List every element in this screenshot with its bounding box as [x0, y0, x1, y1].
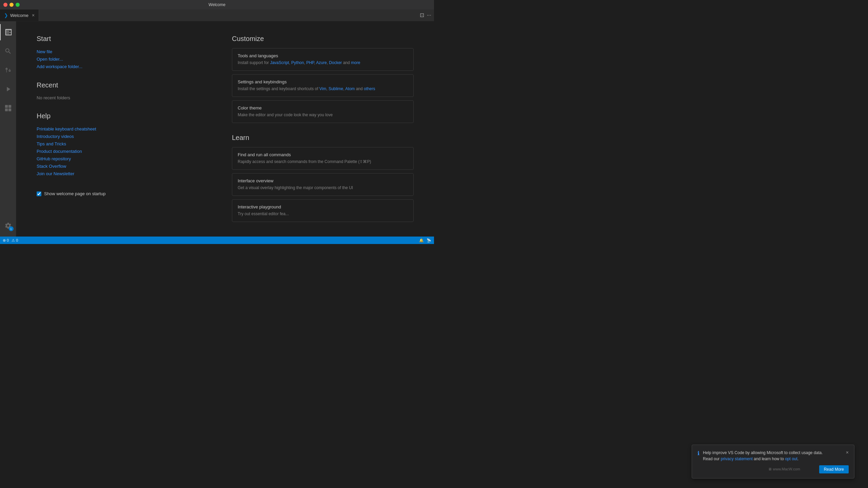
keyboard-cheatsheet-link[interactable]: Printable keyboard cheatsheet	[37, 125, 218, 133]
right-column: Customize Tools and languages Install su…	[232, 35, 414, 222]
azure-link[interactable]: Azure	[316, 60, 327, 65]
notifications-bell[interactable]: 🔔	[419, 238, 424, 243]
others-link[interactable]: others	[364, 86, 375, 91]
svg-rect-2	[5, 105, 7, 108]
settings-keybindings-card-desc: Install the settings and keyboard shortc…	[238, 86, 408, 92]
minimize-button[interactable]	[9, 3, 14, 7]
github-repo-link[interactable]: GitHub repository	[37, 155, 218, 163]
learn-section: Learn Find and run all commands Rapidly …	[232, 134, 414, 222]
close-button[interactable]	[3, 3, 7, 7]
customize-section: Customize Tools and languages Install su…	[232, 35, 414, 123]
tab-close-icon[interactable]: ×	[32, 13, 35, 18]
interface-overview-card-title: Interface overview	[238, 178, 408, 183]
svg-rect-4	[5, 108, 7, 111]
atom-link[interactable]: Atom	[345, 86, 355, 91]
help-section: Help Printable keyboard cheatsheet Intro…	[37, 112, 218, 178]
broadcast-icon[interactable]: 📡	[427, 238, 431, 243]
vscode-icon: ❯	[4, 13, 8, 18]
left-column: Start New file Open folder... Add worksp…	[37, 35, 218, 222]
recent-title: Recent	[37, 81, 218, 89]
tab-bar-actions: ⊡ ···	[420, 9, 434, 21]
tab-label: Welcome	[10, 13, 28, 18]
sidebar-item-source-control[interactable]	[0, 62, 16, 78]
new-file-link[interactable]: New file	[37, 48, 218, 56]
settings-keybindings-card[interactable]: Settings and keybindings Install the set…	[232, 74, 414, 97]
errors-status[interactable]: ⊗ 0	[3, 238, 9, 243]
sidebar-item-extensions[interactable]	[0, 100, 16, 116]
svg-rect-3	[8, 105, 11, 108]
sidebar-item-settings[interactable]: 1	[0, 218, 16, 234]
status-right: 🔔 📡	[419, 238, 431, 243]
more-actions-button[interactable]: ···	[427, 12, 431, 18]
find-commands-card-desc: Rapidly access and search commands from …	[238, 159, 408, 165]
start-section: Start New file Open folder... Add worksp…	[37, 35, 218, 70]
startup-checkbox[interactable]	[37, 191, 41, 196]
interactive-playground-card-title: Interactive playground	[238, 204, 408, 209]
intro-videos-link[interactable]: Introductory videos	[37, 133, 218, 140]
maximize-button[interactable]	[16, 3, 20, 7]
interactive-playground-card-desc: Try out essential editor fea...	[238, 211, 408, 217]
svg-rect-5	[8, 108, 11, 111]
tab-bar: ❯ Welcome × ⊡ ···	[0, 9, 434, 21]
status-left: ⊗ 0 ⚠ 0	[3, 238, 18, 243]
startup-checkbox-label[interactable]: Show welcome page on startup	[44, 191, 105, 196]
interactive-playground-card[interactable]: Interactive playground Try out essential…	[232, 199, 414, 222]
php-link[interactable]: PHP	[306, 60, 314, 65]
vim-link[interactable]: Vim	[319, 86, 326, 91]
sidebar-item-run[interactable]	[0, 81, 16, 97]
open-folder-link[interactable]: Open folder...	[37, 56, 218, 63]
title-bar: Welcome	[0, 0, 434, 9]
python-link[interactable]: Python	[291, 60, 304, 65]
docker-link[interactable]: Docker	[329, 60, 342, 65]
help-title: Help	[37, 112, 218, 120]
no-recent-folders: No recent folders	[37, 95, 218, 101]
sidebar-item-search[interactable]	[0, 43, 16, 59]
tips-tricks-link[interactable]: Tips and Tricks	[37, 140, 218, 148]
color-theme-card-title: Color theme	[238, 105, 408, 110]
content-area: Start New file Open folder... Add worksp…	[16, 21, 434, 237]
start-title: Start	[37, 35, 218, 43]
traffic-lights	[0, 3, 20, 7]
color-theme-card-desc: Make the editor and your code look the w…	[238, 112, 408, 118]
activity-bar: 1	[0, 21, 16, 237]
interface-overview-card[interactable]: Interface overview Get a visual overlay …	[232, 173, 414, 196]
learn-title: Learn	[232, 134, 414, 142]
window-title: Welcome	[209, 2, 225, 7]
sidebar-item-explorer[interactable]	[0, 24, 16, 40]
startup-checkbox-area: Show welcome page on startup	[37, 191, 218, 196]
find-commands-card-title: Find and run all commands	[238, 152, 408, 157]
main-layout: 1 Start New file Open folder... Add work…	[0, 21, 434, 237]
tools-languages-card-desc: Install support for JavaScript, Python, …	[238, 60, 408, 66]
interface-overview-card-desc: Get a visual overlay highlighting the ma…	[238, 185, 408, 191]
status-bar: ⊗ 0 ⚠ 0 🔔 📡	[0, 237, 434, 244]
customize-title: Customize	[232, 35, 414, 43]
find-commands-card[interactable]: Find and run all commands Rapidly access…	[232, 147, 414, 170]
newsletter-link[interactable]: Join our Newsletter	[37, 170, 218, 178]
warnings-status[interactable]: ⚠ 0	[12, 238, 18, 243]
settings-badge: 1	[9, 226, 14, 231]
sublime-link[interactable]: Sublime	[329, 86, 343, 91]
recent-section: Recent No recent folders	[37, 81, 218, 101]
color-theme-card[interactable]: Color theme Make the editor and your cod…	[232, 100, 414, 123]
stack-overflow-link[interactable]: Stack Overflow	[37, 163, 218, 170]
js-link[interactable]: JavaScript	[270, 60, 289, 65]
tools-languages-card[interactable]: Tools and languages Install support for …	[232, 48, 414, 71]
tools-languages-card-title: Tools and languages	[238, 53, 408, 58]
settings-keybindings-card-title: Settings and keybindings	[238, 79, 408, 84]
product-docs-link[interactable]: Product documentation	[37, 148, 218, 155]
split-editor-button[interactable]: ⊡	[420, 12, 424, 18]
welcome-tab[interactable]: ❯ Welcome ×	[0, 9, 39, 21]
more-tools-link[interactable]: more	[351, 60, 360, 65]
add-workspace-link[interactable]: Add workspace folder...	[37, 63, 218, 70]
